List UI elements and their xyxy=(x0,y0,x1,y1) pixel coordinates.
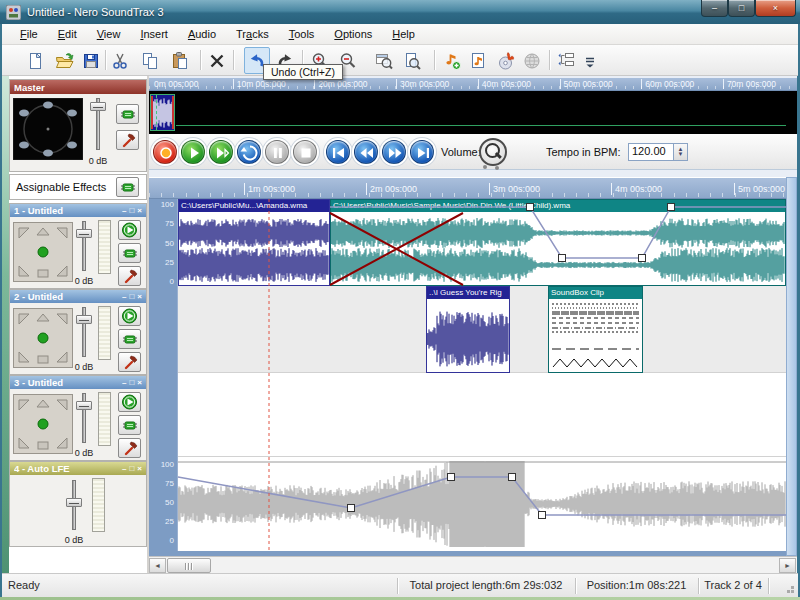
track-play-button[interactable] xyxy=(118,220,141,240)
track-mixer-button[interactable] xyxy=(118,438,141,458)
menu-options[interactable]: Options xyxy=(324,26,382,42)
track-play-button[interactable] xyxy=(118,392,141,412)
play-icon xyxy=(182,141,206,165)
track-header[interactable]: 1 - Untitled–□× xyxy=(10,204,146,217)
audio-clip-din-din-we[interactable]: C:\Users\Public\Music\Sample Music\Din D… xyxy=(330,199,786,286)
close-button[interactable]: × xyxy=(755,0,796,17)
spin-down-icon[interactable]: ▼ xyxy=(678,152,684,157)
track-fader[interactable] xyxy=(76,391,92,447)
track-mixer-button[interactable] xyxy=(118,266,141,286)
minimize-icon[interactable]: – xyxy=(122,293,126,301)
cut-button[interactable] xyxy=(107,47,133,74)
track-header[interactable]: 4 - Auto LFE–□× xyxy=(10,462,146,475)
mixer-scrollbar[interactable] xyxy=(2,76,9,573)
track-header[interactable]: 2 - Untitled–□× xyxy=(10,290,146,303)
track-panner[interactable] xyxy=(13,394,73,454)
track3-lane[interactable] xyxy=(178,373,786,457)
tempo-input[interactable]: 120.00 xyxy=(628,143,674,161)
go-to-start-icon xyxy=(327,141,351,165)
go-to-start-button[interactable] xyxy=(326,140,350,164)
menu-view[interactable]: View xyxy=(87,26,131,42)
track4-lane[interactable] xyxy=(178,457,786,551)
scroll-right-arrow[interactable]: ► xyxy=(779,558,796,573)
copy-button[interactable] xyxy=(137,47,163,74)
play-all-button[interactable] xyxy=(209,140,233,164)
vertical-scrollbar[interactable] xyxy=(786,177,797,556)
minimize-icon[interactable]: – xyxy=(122,207,126,215)
pause-button[interactable] xyxy=(265,140,289,164)
clip-waveform xyxy=(179,212,329,285)
record-button[interactable] xyxy=(153,140,177,164)
effects-routing-button[interactable] xyxy=(116,177,139,197)
paste-button[interactable] xyxy=(167,47,193,74)
master-fader[interactable] xyxy=(90,96,106,154)
zoom-document-button[interactable] xyxy=(399,47,425,74)
burn-cd-button[interactable] xyxy=(493,47,519,74)
zoom-selection-button[interactable] xyxy=(371,47,397,74)
web-services-button[interactable] xyxy=(519,47,545,74)
track-play-button[interactable] xyxy=(118,306,141,326)
close-icon[interactable]: × xyxy=(137,465,142,473)
minimize-icon[interactable]: – xyxy=(122,465,126,473)
maximize-button[interactable]: □ xyxy=(728,0,755,17)
audio-clip-amanda[interactable]: C:\Users\Public\Mu...\Amanda.wma xyxy=(178,199,330,286)
master-routing-button[interactable] xyxy=(116,104,139,124)
menu-file[interactable]: File xyxy=(10,26,48,42)
delete-button[interactable] xyxy=(204,47,230,74)
track-fader[interactable] xyxy=(76,305,92,361)
open-project-button[interactable] xyxy=(51,47,77,74)
volume-knob[interactable] xyxy=(479,138,507,166)
toolbar-options-button[interactable] xyxy=(577,47,603,74)
maximize-icon[interactable]: □ xyxy=(129,207,134,215)
track-header[interactable]: 3 - Untitled–□× xyxy=(10,376,146,389)
maximize-icon[interactable]: □ xyxy=(129,465,134,473)
tempo-spinner[interactable]: ▲▼ xyxy=(674,143,688,161)
master-mixer-button[interactable] xyxy=(116,130,139,150)
track-routing-button[interactable] xyxy=(118,243,141,263)
maximize-icon[interactable]: □ xyxy=(129,379,134,387)
close-icon[interactable]: × xyxy=(137,207,142,215)
audio-file-wizard-button[interactable] xyxy=(466,47,492,74)
scroll-left-arrow[interactable]: ◄ xyxy=(149,558,166,573)
menu-tracks[interactable]: Tracks xyxy=(226,26,279,42)
surround-panner[interactable] xyxy=(13,98,83,160)
track-panner[interactable] xyxy=(13,308,73,368)
track-panner[interactable] xyxy=(13,222,73,282)
track-fader[interactable] xyxy=(66,478,82,534)
save-project-button[interactable] xyxy=(78,47,104,74)
minimize-button[interactable]: – xyxy=(701,0,728,17)
play-button[interactable] xyxy=(181,140,205,164)
menu-tools[interactable]: Tools xyxy=(279,26,325,42)
track-fader[interactable] xyxy=(76,219,92,275)
horizontal-scrollbar[interactable]: ◄ ► xyxy=(149,556,797,573)
overview-clip[interactable] xyxy=(150,94,175,131)
scrollbar-thumb[interactable] xyxy=(167,558,211,573)
track-mixer-button[interactable] xyxy=(118,352,141,372)
menu-edit[interactable]: Edit xyxy=(48,26,87,42)
stop-button[interactable] xyxy=(293,140,317,164)
fast-forward-button[interactable] xyxy=(382,140,406,164)
menu-insert[interactable]: Insert xyxy=(130,26,178,42)
close-icon[interactable]: × xyxy=(137,293,142,301)
overview-ruler[interactable]: 0m 00s:00010m 00s:00020m 00s:00030m 00s:… xyxy=(149,78,797,91)
loop-button[interactable] xyxy=(237,140,261,164)
resize-grip[interactable] xyxy=(791,590,794,593)
audio-clip-i-guess[interactable]: ..\I Guess You're Rig xyxy=(426,286,510,373)
soundbox-clip[interactable]: SoundBox Clip xyxy=(548,286,643,373)
track-routing-button[interactable] xyxy=(118,329,141,349)
timeline-ruler[interactable]: 1m 00s:0002m 00s:0003m 00s:0004m 00s:000… xyxy=(149,177,797,199)
track-view-button[interactable] xyxy=(553,47,579,74)
add-audio-file-button[interactable] xyxy=(439,47,465,74)
menu-help[interactable]: Help xyxy=(382,26,425,42)
maximize-icon[interactable]: □ xyxy=(129,293,134,301)
close-icon[interactable]: × xyxy=(137,379,142,387)
track-routing-button[interactable] xyxy=(118,415,141,435)
new-document-button[interactable] xyxy=(23,47,49,74)
project-overview[interactable] xyxy=(149,91,797,134)
title-bar[interactable]: Untitled - Nero SoundTrax 3 –□× xyxy=(0,0,800,24)
minimize-icon[interactable]: – xyxy=(122,379,126,387)
go-to-end-button[interactable] xyxy=(410,140,434,164)
rewind-button[interactable] xyxy=(354,140,378,164)
master-header[interactable]: Master xyxy=(10,80,146,94)
menu-audio[interactable]: Audio xyxy=(178,26,226,42)
